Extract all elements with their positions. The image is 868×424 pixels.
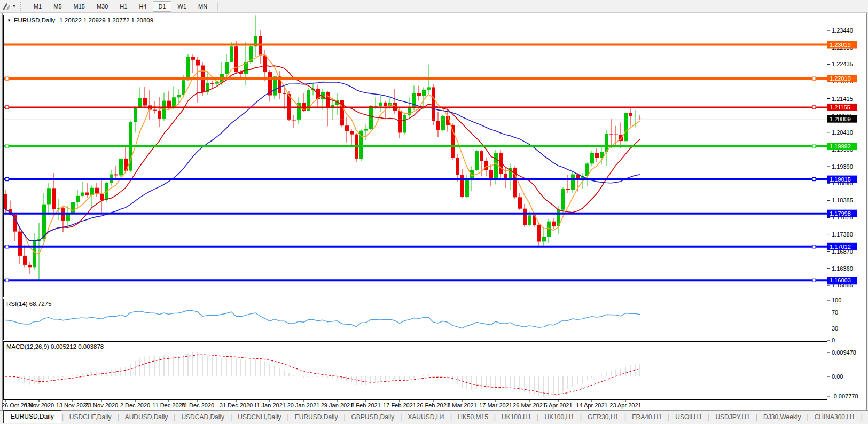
macd-tick-label: 0.00: [832, 373, 843, 380]
tab-usdcnh-daily[interactable]: USDCNH,Daily: [232, 412, 286, 422]
tab-usoil-h1[interactable]: USOil,H1: [670, 412, 707, 422]
chart-symbol-dropdown-icon[interactable]: ▼: [7, 18, 11, 23]
price-tick-label: 1.19390: [832, 163, 853, 170]
date-label: 4 Nov 2020: [24, 402, 54, 409]
price-tick-label: 1.17380: [832, 231, 853, 238]
date-label: 23 Apr 2021: [609, 402, 641, 409]
date-label: 20 Jan 2021: [287, 402, 320, 409]
tab-eurusd-daily[interactable]: EURUSD,Daily: [290, 412, 343, 422]
tab-u[interactable]: U: [863, 412, 868, 422]
price-tick-label: 1.22435: [832, 61, 853, 67]
symbol-tabbar: EURUSD,Daily|USDCHF,Daily|AUDUSD,Daily|U…: [0, 410, 868, 423]
hline-price-badge: 1.22010: [830, 75, 851, 82]
date-label: 29 Jan 2021: [321, 402, 354, 409]
date-label: 17 Mar 2021: [479, 402, 512, 409]
chart-plot-area[interactable]: [4, 15, 826, 296]
tab-dj30-weekly[interactable]: DJ30,Weekly: [758, 412, 806, 422]
rsi-value: 68.7275: [29, 301, 52, 307]
tab-uk100-h1[interactable]: UK100,H1: [496, 412, 536, 422]
chart-ohlc-values: 1.20822 1.20929 1.20772 1.20809: [59, 17, 153, 23]
tab-eurusd-daily[interactable]: EURUSD,Daily: [3, 410, 61, 423]
tab-usdjpy-h1[interactable]: USDJPY,H1: [710, 412, 755, 422]
tab-gbpusd-daily[interactable]: GBPUSD,Daily: [346, 412, 400, 422]
date-label: 26 Feb 2021: [417, 402, 450, 409]
tab-xauusd-h4[interactable]: XAUUSD,H4: [402, 412, 450, 422]
date-label: 8 Feb 2021: [351, 402, 381, 409]
hline-price-badge: 1.17998: [830, 210, 851, 217]
price-tick-label: 1.16360: [832, 265, 853, 272]
macd-main-value: 0.005212: [51, 343, 76, 350]
date-label: 26 Mar 2021: [513, 402, 546, 409]
tab-usdchf-daily[interactable]: USDCHF,Daily: [64, 412, 117, 422]
date-label: 5 Apr 2021: [544, 402, 572, 409]
date-label: 14 Apr 2021: [576, 402, 607, 409]
rsi-tick-label: 30: [832, 325, 838, 332]
rsi-tick-label: 0: [832, 337, 835, 343]
price-tick-label: 1.23440: [832, 27, 853, 34]
date-label: 17 Feb 2021: [383, 402, 416, 409]
chart-symbol-label: EURUSD,Daily: [14, 17, 55, 23]
date-label: 11 Jan 2021: [254, 402, 286, 409]
macd-tick-label: 0.009478: [832, 349, 856, 356]
rsi-label: RSI(14): [6, 301, 28, 307]
hline-price-badge: 1.19992: [830, 143, 851, 150]
hline-price-badge: 1.23019: [830, 42, 851, 48]
macd-title: MACD(12,26,9) 0.005212 0.003878: [6, 343, 104, 350]
macd-signal-value: 0.003878: [78, 343, 104, 350]
date-label: 11 Dec 2020: [152, 402, 185, 409]
date-label: 2 Dec 2020: [120, 402, 150, 409]
chart-title: ▼EURUSD,Daily1.20822 1.20929 1.20772 1.2…: [7, 17, 153, 23]
hline-price-badge: 1.21155: [830, 104, 850, 111]
tab-usdcad-daily[interactable]: USDCAD,Daily: [176, 412, 230, 422]
tab-fra40-h1[interactable]: FRA40,H1: [627, 412, 667, 422]
chart-canvas[interactable]: 1.234401.229301.224351.219251.214151.209…: [0, 0, 868, 410]
hline-price-badge: 1.17012: [830, 244, 851, 250]
tab-audusd-daily[interactable]: AUDUSD,Daily: [120, 412, 174, 422]
date-label: 31 Dec 2020: [220, 402, 253, 409]
current-price-badge: 1.20809: [830, 116, 851, 122]
rsi-title: RSI(14) 68.7275: [6, 301, 51, 307]
tab-ger30-h1[interactable]: GER30,H1: [582, 412, 624, 422]
date-label: 8 Mar 2021: [447, 402, 477, 409]
rsi-tick-label: 100: [832, 297, 841, 303]
tab-hk50-m15[interactable]: HK50,M15: [452, 412, 494, 422]
price-tick-label: 1.18385: [832, 197, 853, 203]
date-label: 21 Dec 2020: [181, 402, 214, 409]
hline-price-badge: 1.16003: [830, 277, 851, 284]
mt4-terminal: { "toolbar": { "tool_icon": "drawing-too…: [0, 0, 868, 424]
macd-tick-label: -0.007778: [832, 393, 858, 399]
rsi-tick-label: 70: [832, 309, 838, 316]
hline-price-badge: 1.19015: [830, 176, 851, 183]
price-tick-label: 1.21415: [832, 96, 853, 102]
tab-china300-h1[interactable]: CHINA300,H1: [809, 412, 861, 422]
tab-uk100-h1[interactable]: UK100,H1: [539, 412, 579, 422]
date-label: 23 Nov 2020: [85, 402, 118, 409]
price-tick-label: 1.20410: [832, 129, 853, 136]
macd-label: MACD(12,26,9): [6, 343, 49, 350]
